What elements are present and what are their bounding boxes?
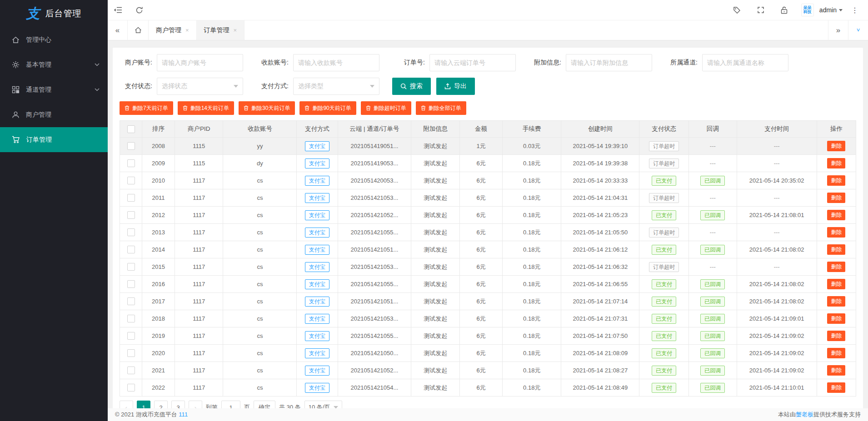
bulk-delete-button-4[interactable]: 删除超时订单 [361,101,411,115]
footer-left-link[interactable]: 111 [179,411,188,418]
cell-paid-time: 2021-05-14 21:09:01 [737,310,817,327]
row-checkbox[interactable] [127,194,135,202]
row-checkbox[interactable] [127,280,135,288]
filter-select-1[interactable]: 选择类型 [293,78,379,95]
tag-icon[interactable] [727,0,748,20]
row-checkbox[interactable] [127,142,135,150]
pagination-confirm-button[interactable]: 确定 [254,401,275,408]
user-avatar[interactable]: 呆呆 科技 [801,4,814,16]
tabs-scroll-left-icon[interactable]: « [108,20,128,40]
delete-row-button[interactable]: 删除 [827,175,845,186]
bulk-delete-button-0[interactable]: 删除7天前订单 [120,101,173,115]
delete-row-button[interactable]: 删除 [827,296,845,307]
delete-row-button[interactable]: 删除 [827,331,845,341]
row-checkbox[interactable] [127,297,135,305]
row-checkbox[interactable] [127,177,135,184]
search-button[interactable]: 搜索 [392,78,431,95]
tabs-scroll-right-icon[interactable]: » [828,20,848,40]
cell-sort: 2008 [142,138,175,155]
select-all-checkbox[interactable] [127,125,135,133]
copyright-text: © 2021 游戏币充值平台 [115,411,177,418]
delete-row-button[interactable]: 删除 [827,158,845,168]
sidebar-item-order[interactable]: 订单管理 [0,127,108,152]
sidebar-item-channel[interactable]: 通道管理 [0,77,108,102]
bulk-delete-button-5[interactable]: 删除全部订单 [416,101,466,115]
more-options-icon[interactable]: ⋮ [848,6,862,15]
cell-order-no: 2021051421053... [338,258,411,276]
filter-input-4[interactable] [702,54,788,71]
tabs-menu-icon[interactable]: ˅ [848,20,868,40]
cell-amount: 6元 [459,241,502,258]
row-checkbox[interactable] [127,211,135,219]
collapse-sidebar-icon[interactable] [108,0,129,20]
pagination-page-size-select[interactable]: 10 条/页 [304,401,343,408]
delete-row-button[interactable]: 删除 [827,262,845,272]
tab-close-icon[interactable]: × [185,27,189,33]
row-checkbox[interactable] [127,384,135,391]
table-row: 20161117cs支付宝2021051421055...测试发起6元0.18元… [120,276,856,293]
bulk-delete-button-1[interactable]: 删除14天前订单 [178,101,234,115]
row-checkbox[interactable] [127,228,135,236]
pagination-prev[interactable]: ‹ [120,401,133,408]
user-menu[interactable]: admin [817,6,845,14]
pay-status-badge: 订单超时 [649,262,679,272]
row-checkbox[interactable] [127,332,135,340]
cell-actions: 删除 [817,189,856,207]
delete-row-button[interactable]: 删除 [827,348,845,358]
row-checkbox[interactable] [127,367,135,374]
row-checkbox-cell [120,207,142,224]
delete-row-button[interactable]: 删除 [827,193,845,203]
delete-row-button[interactable]: 删除 [827,313,845,324]
cell-order-no: 2021051421050... [338,345,411,362]
tab-home[interactable] [128,20,149,40]
page-footer: © 2021 游戏币充值平台 111 本站由蟹老板提供技术服务支持 [108,408,868,421]
delete-row-button[interactable]: 删除 [827,227,845,238]
pagination-next[interactable]: › [189,401,202,408]
pay-status-badge: 已支付 [652,176,676,186]
footer-right-link[interactable]: 蟹老板 [796,411,813,418]
delete-row-button[interactable]: 删除 [827,382,845,393]
cell-pid: 1117 [175,276,223,293]
pagination-page-2[interactable]: 2 [154,401,168,408]
pay-method-badge: 支付宝 [305,314,329,324]
sidebar-item-merchant[interactable]: 商户管理 [0,102,108,127]
delete-row-button[interactable]: 删除 [827,365,845,376]
row-checkbox[interactable] [127,159,135,167]
filter-input-1[interactable] [293,54,379,71]
pagination-goto-input[interactable] [221,401,240,408]
export-button[interactable]: 导出 [436,78,475,95]
trash-icon [183,105,188,111]
refresh-icon[interactable] [129,0,150,20]
pay-method-badge: 支付宝 [305,348,329,358]
pagination-page-1[interactable]: 1 [137,401,150,408]
row-checkbox[interactable] [127,315,135,322]
pagination-page-3[interactable]: 3 [171,401,185,408]
delete-row-button[interactable]: 删除 [827,141,845,151]
row-checkbox[interactable] [127,246,135,253]
tab-close-icon[interactable]: × [234,27,237,33]
fullscreen-icon[interactable] [750,0,771,20]
delete-row-button[interactable]: 删除 [827,210,845,220]
sidebar-item-dashboard[interactable]: 管理中心 [0,27,108,52]
bulk-delete-button-2[interactable]: 删除30天前订单 [239,101,295,115]
tab-orders[interactable]: 订单管理× [197,20,245,40]
sidebar-item-basic[interactable]: 基本管理 [0,52,108,77]
bulk-delete-button-3[interactable]: 删除90天前订单 [299,101,356,115]
pay-status-badge: 已支付 [652,245,676,255]
row-checkbox[interactable] [127,349,135,357]
filter-select-0[interactable]: 选择状态 [157,78,243,95]
cell-created-time: 2021-05-14 21:06:12 [561,241,639,258]
cell-account: cs [223,293,297,310]
tab-merchants[interactable]: 商户管理× [149,20,197,40]
cell-order-no: 2021051421051... [338,293,411,310]
filter-input-0[interactable] [157,54,243,71]
cell-order-no: 2021051421054... [338,379,411,396]
delete-row-button[interactable]: 删除 [827,244,845,255]
lock-icon[interactable] [774,0,795,20]
filter-input-2[interactable] [429,54,516,71]
filter-input-3[interactable] [566,54,652,71]
delete-row-button[interactable]: 删除 [827,279,845,289]
row-checkbox[interactable] [127,263,135,271]
cell-pay-method: 支付宝 [297,310,338,327]
select-placeholder: 选择类型 [298,82,324,90]
